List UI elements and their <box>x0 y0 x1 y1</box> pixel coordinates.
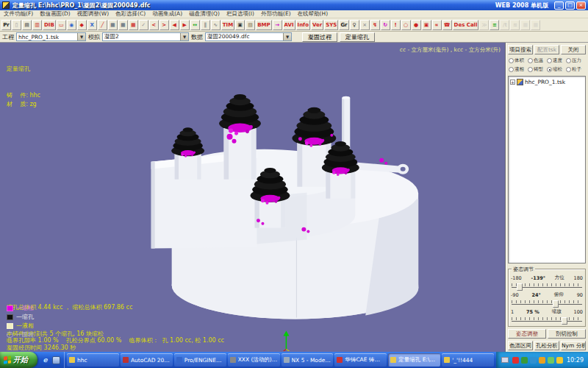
alert-icon[interactable]: ! <box>391 20 401 30</box>
task-nx[interactable]: NX 5 - Modeling ... <box>282 353 334 367</box>
clock[interactable]: 10:29 <box>567 357 584 364</box>
update-icon[interactable] <box>539 357 545 364</box>
menu-item[interactable]: 数值画面(D) <box>40 10 71 18</box>
pitch-slider[interactable]: -90 24° 俯仰 90 <box>511 291 583 308</box>
ver-button[interactable]: Ver <box>311 20 323 30</box>
task-active-doc[interactable]: XXX (活动的) - M... <box>228 353 280 367</box>
quantitative-shrinkage-button[interactable]: 定量缩孔 <box>340 32 375 42</box>
range-button[interactable]: ↔ <box>190 20 200 30</box>
maximize-button[interactable]: □ <box>565 1 575 10</box>
start-button[interactable]: 开始 <box>0 352 37 368</box>
view-tool-icon[interactable]: ◉ <box>67 20 76 30</box>
close-tool-icon[interactable]: × <box>360 20 370 30</box>
task-folder-444[interactable]: '_'!!444 <box>442 353 494 367</box>
task-hhc-folder[interactable]: hhc <box>67 353 119 367</box>
bmp-button[interactable]: BMP <box>256 20 271 30</box>
chevron-down-icon[interactable]: ▼ <box>283 33 291 40</box>
show-desktop-icon[interactable] <box>52 356 60 364</box>
check-icon[interactable]: ✓ <box>139 20 148 30</box>
porosity-analysis-button[interactable]: 孔松分析 <box>534 341 559 350</box>
project-tree[interactable]: + hhc_PRO_1.tsk <box>508 76 586 263</box>
radio-option[interactable]: 粒子 <box>566 66 585 74</box>
pose-adjust-button[interactable]: 姿态调整 <box>508 329 546 339</box>
solidification-process-button[interactable]: 凝固过程 <box>302 32 337 42</box>
task-proe[interactable]: Pro/ENGINEER Wil... <box>174 353 226 367</box>
antivirus-icon[interactable] <box>548 357 554 364</box>
save-icon[interactable]: ▣ <box>235 20 245 30</box>
azimuth-slider[interactable]: -180 -139° 方位 180 <box>511 275 583 291</box>
des-call-button[interactable]: Des Call <box>453 20 479 30</box>
menu-item[interactable]: 在线帮助(H) <box>298 10 329 18</box>
menu-item[interactable]: 视图调整(W) <box>77 10 109 18</box>
chevron-down-icon[interactable]: ▼ <box>77 33 85 40</box>
shield-icon[interactable] <box>521 357 528 364</box>
red-frame-icon[interactable]: ▭ <box>57 20 66 30</box>
project-combo[interactable]: hhc_PRO_1.tsk ▼ <box>16 32 86 41</box>
radio-option[interactable]: 缩松 <box>547 66 566 74</box>
viewport-3d[interactable]: 定量缩孔 铸 件: hhc材 质: zg cc - 立方厘米(毫升) , kcc… <box>0 43 506 352</box>
radio-option[interactable]: 色温 <box>528 57 547 65</box>
menu-item[interactable]: 色彩选择(C) <box>115 10 146 18</box>
task-hzcae[interactable]: 华铸CAE 铸造工艺... <box>334 353 387 367</box>
pr-button[interactable]: Pr <box>1 20 11 30</box>
section-control-button[interactable]: 剖切控制 <box>548 329 586 339</box>
step-forward-button[interactable]: > <box>159 20 169 30</box>
wave-icon[interactable]: ∿ <box>211 20 220 30</box>
image2-icon[interactable]: ▦ <box>118 20 128 30</box>
menu-item[interactable]: 动画集成(A) <box>152 10 182 18</box>
simulation-combo[interactable]: 凝固2 ▼ <box>102 32 189 41</box>
key-icon[interactable]: ♀ <box>350 20 359 30</box>
slider-track[interactable] <box>512 298 582 308</box>
qc-icon[interactable]: ∝ <box>432 20 442 30</box>
image-icon[interactable]: ▦ <box>108 20 118 30</box>
project-search-button[interactable]: 项目搜索 <box>508 45 533 54</box>
data-combo[interactable]: 凝固200049.dfc ▼ <box>205 32 292 41</box>
qq-icon[interactable] <box>512 357 519 364</box>
open-icon[interactable]: ▧ <box>245 20 255 30</box>
tim-button[interactable]: TIM <box>221 20 234 30</box>
messenger-icon[interactable] <box>530 357 537 364</box>
menu-item[interactable]: 外部功能(E) <box>261 10 291 18</box>
tree-item[interactable]: + hhc_PRO_1.tsk <box>510 79 584 85</box>
close-button[interactable]: × <box>576 1 586 10</box>
rotate-icon[interactable]: ↻ <box>381 20 390 30</box>
minimize-button[interactable]: _ <box>554 1 564 10</box>
color-range-button[interactable]: 色温区间 <box>508 341 533 350</box>
slider-thumb[interactable] <box>562 317 567 325</box>
input-method-icon[interactable] <box>501 357 509 363</box>
avi-button[interactable]: AVI <box>283 20 295 30</box>
menu-item[interactable]: 文件功能(F) <box>4 10 33 18</box>
print-icon[interactable]: ▤ <box>22 20 32 30</box>
image-red-icon[interactable]: ▦ <box>129 20 138 30</box>
sys-button[interactable]: SYS <box>324 20 338 30</box>
menu-item[interactable]: 磁盘清理(Q) <box>189 10 220 18</box>
task-shrink[interactable]: 定量缩孔 E:\h... <box>388 353 440 367</box>
play-back-button[interactable]: ◀ <box>170 20 179 30</box>
zoom-slider[interactable]: 1 75 % 缩放 100 <box>511 308 583 325</box>
vase-tool-icon[interactable]: ◆ <box>77 20 87 30</box>
slider-track[interactable] <box>512 315 582 325</box>
dot-icon[interactable]: ● <box>412 20 421 30</box>
ellipse-icon[interactable]: ○ <box>401 20 411 30</box>
slider-track[interactable] <box>512 281 582 291</box>
phone-icon[interactable]: ☎ <box>442 20 452 30</box>
info-button[interactable]: Info <box>296 20 310 30</box>
radio-option[interactable]: 铸型 <box>528 66 547 74</box>
menu-item[interactable]: 栏目选项(I) <box>226 10 254 18</box>
gr-button[interactable]: Gr <box>339 20 348 30</box>
panel-icon[interactable]: ▣ <box>422 20 431 30</box>
blank-page-icon[interactable]: ▯ <box>12 20 21 30</box>
slider-thumb[interactable] <box>553 300 559 308</box>
dib-button[interactable]: DIB <box>43 20 56 30</box>
nym-analysis-button[interactable]: Nym 分析 <box>561 341 586 350</box>
radio-option[interactable]: 体积 <box>509 57 528 65</box>
expander-icon[interactable]: + <box>510 79 515 85</box>
export-arrow-icon[interactable]: → <box>273 20 282 30</box>
step-back-button[interactable]: < <box>149 20 159 30</box>
panel-close-button[interactable]: 关闭 <box>561 45 586 54</box>
pencil-icon[interactable]: ╱ <box>98 20 107 30</box>
chevron-down-icon[interactable]: ▼ <box>180 33 188 40</box>
lightning-icon[interactable]: ↯ <box>370 20 380 30</box>
color-bars-icon[interactable]: ▥ <box>32 20 42 30</box>
radio-option[interactable]: 液相 <box>509 66 528 74</box>
